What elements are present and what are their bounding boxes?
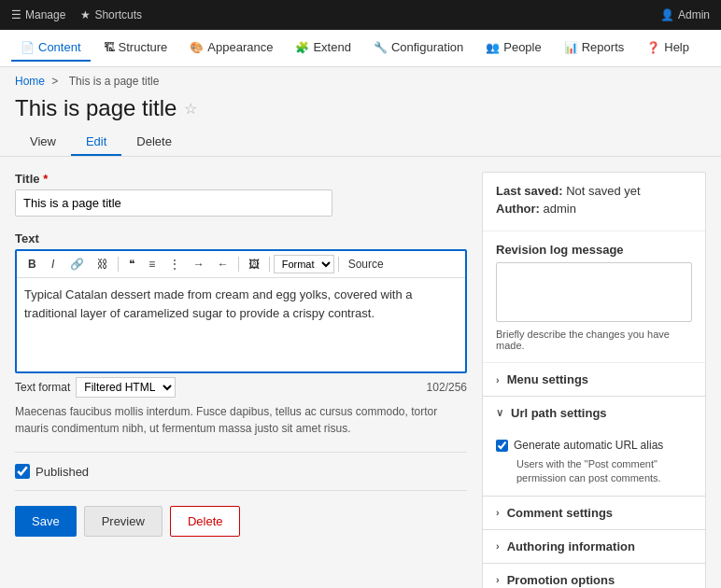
nav-label-structure: Structure	[119, 40, 168, 54]
chevron-right-icon-2: ›	[496, 507, 500, 518]
nav-item-appearance[interactable]: 🎨 Appearance	[180, 35, 282, 62]
url-alias-help: Users with the "Post comment" permission…	[516, 457, 692, 486]
shortcuts-button[interactable]: ★ Shortcuts	[80, 8, 142, 21]
right-column: Last saved: Not saved yet Author: admin …	[482, 172, 706, 588]
admin-bar: ☰ Manage ★ Shortcuts 👤 Admin	[0, 0, 721, 30]
accordion-url-content: Generate automatic URL alias Users with …	[483, 429, 705, 496]
manage-label: Manage	[25, 8, 65, 21]
nav-label-reports: Reports	[582, 40, 625, 54]
text-format-row: Text format Filtered HTML 102/256	[15, 377, 467, 398]
content-icon: 📄	[21, 41, 35, 54]
left-column: Title * Text B I 🔗 ⛓ ❝ ≡	[15, 172, 467, 588]
text-group: Text B I 🔗 ⛓ ❝ ≡ ⋮ → ← 🖼	[15, 231, 467, 437]
accordion-menu-header[interactable]: › Menu settings	[483, 363, 705, 396]
published-label[interactable]: Published	[35, 465, 89, 479]
text-format-select[interactable]: Filtered HTML	[76, 377, 176, 398]
chevron-right-icon: ›	[496, 374, 500, 385]
shortcuts-label: Shortcuts	[94, 8, 142, 21]
toolbar-outdent[interactable]: ←	[212, 255, 234, 273]
tab-view[interactable]: View	[15, 129, 71, 156]
url-alias-checkbox[interactable]	[496, 440, 508, 452]
page-wrapper: Home > This is a page title This is page…	[0, 67, 721, 588]
last-saved-value: Not saved yet	[566, 184, 641, 198]
accordion-comment: › Comment settings	[483, 497, 705, 530]
accordion-promotion-label: Promotion options	[507, 573, 615, 587]
accordion-menu: › Menu settings	[483, 363, 705, 397]
toolbar-blockquote[interactable]: ❝	[122, 255, 141, 273]
toolbar-bold[interactable]: B	[22, 255, 42, 273]
manage-button[interactable]: ☰ Manage	[11, 8, 65, 21]
bookmark-icon[interactable]: ☆	[184, 100, 197, 118]
revision-help: Briefly describe the changes you have ma…	[496, 329, 692, 351]
editor-wrapper: B I 🔗 ⛓ ❝ ≡ ⋮ → ← 🖼 Form	[15, 249, 467, 373]
text-format-label: Text format	[15, 381, 70, 394]
help-icon: ❓	[646, 41, 660, 54]
reports-icon: 📊	[564, 41, 578, 54]
page-tabs: View Edit Delete	[0, 121, 721, 157]
right-panel: Last saved: Not saved yet Author: admin …	[482, 172, 706, 588]
toolbar-list-ol[interactable]: ⋮	[163, 255, 186, 273]
breadcrumb: Home > This is a page title	[0, 67, 721, 91]
user-icon: 👤	[660, 8, 674, 21]
accordion-url-header[interactable]: ∨ Url path settings	[483, 397, 705, 429]
tab-edit[interactable]: Edit	[71, 129, 121, 156]
page-title: This is page title	[15, 95, 177, 121]
nav-item-content[interactable]: 📄 Content	[11, 35, 91, 62]
text-label: Text	[15, 231, 467, 245]
toolbar-list-ul[interactable]: ≡	[143, 255, 162, 273]
nav-label-content: Content	[38, 40, 81, 54]
breadcrumb-home[interactable]: Home	[15, 75, 45, 88]
admin-user[interactable]: 👤 Admin	[660, 8, 710, 21]
body-text: Maecenas faucibus mollis interdum. Fusce…	[15, 403, 467, 437]
text-format-left: Text format Filtered HTML	[15, 377, 176, 398]
nav-item-reports[interactable]: 📊 Reports	[555, 35, 634, 62]
accordion-url-label: Url path settings	[511, 406, 607, 420]
accordion-comment-header[interactable]: › Comment settings	[483, 497, 705, 529]
author-label: Author:	[496, 202, 540, 216]
editor-content[interactable]: Typical Catalan dessert made from cream …	[17, 278, 465, 371]
format-select[interactable]: Format	[274, 255, 334, 273]
extend-icon: 🧩	[295, 41, 309, 54]
toolbar-italic[interactable]: I	[44, 255, 63, 273]
action-buttons: Save Preview Delete	[15, 506, 467, 537]
preview-button[interactable]: Preview	[84, 506, 163, 537]
nav-item-help[interactable]: ❓ Help	[637, 35, 699, 62]
star-icon: ★	[80, 8, 91, 21]
title-input[interactable]	[15, 189, 332, 217]
url-alias-row: Generate automatic URL alias	[496, 439, 692, 452]
revision-label: Revision log message	[496, 243, 692, 257]
published-checkbox[interactable]	[15, 464, 30, 479]
toolbar-sep-2	[238, 257, 239, 272]
toolbar-link[interactable]: 🔗	[64, 255, 90, 273]
accordion-authoring-header[interactable]: › Authoring information	[483, 530, 705, 563]
save-button[interactable]: Save	[15, 506, 77, 537]
toolbar-image[interactable]: 🖼	[243, 255, 265, 273]
revision-section: Revision log message Briefly describe th…	[483, 231, 705, 363]
nav-item-structure[interactable]: 🏗 Structure	[94, 35, 177, 62]
main-content: Title * Text B I 🔗 ⛓ ❝ ≡	[0, 157, 721, 588]
nav-label-appearance: Appearance	[207, 40, 273, 54]
accordion-promotion: › Promotion options	[483, 564, 705, 588]
meta-section: Last saved: Not saved yet Author: admin	[483, 173, 705, 231]
last-saved-row: Last saved: Not saved yet	[496, 184, 692, 198]
manage-icon: ☰	[11, 8, 21, 21]
accordion-authoring: › Authoring information	[483, 530, 705, 564]
title-required: *	[43, 172, 48, 186]
toolbar-unlink[interactable]: ⛓	[92, 255, 114, 273]
toolbar-indent[interactable]: →	[188, 255, 210, 273]
accordion-promotion-header[interactable]: › Promotion options	[483, 564, 705, 588]
nav-item-extend[interactable]: 🧩 Extend	[286, 35, 360, 62]
url-alias-label[interactable]: Generate automatic URL alias	[514, 439, 663, 452]
nav-label-extend: Extend	[313, 40, 350, 54]
toolbar-sep-4	[338, 257, 339, 272]
last-saved-label: Last saved:	[496, 184, 563, 198]
delete-button[interactable]: Delete	[170, 506, 241, 537]
accordion-comment-label: Comment settings	[507, 506, 613, 520]
tab-delete[interactable]: Delete	[121, 129, 187, 156]
page-title-row: This is page title ☆	[15, 95, 706, 121]
nav-item-configuration[interactable]: 🔧 Configuration	[364, 35, 473, 62]
toolbar-source[interactable]: Source	[343, 255, 389, 273]
revision-textarea[interactable]	[496, 262, 692, 322]
toolbar-sep-3	[269, 257, 270, 272]
nav-item-people[interactable]: 👥 People	[476, 35, 550, 62]
